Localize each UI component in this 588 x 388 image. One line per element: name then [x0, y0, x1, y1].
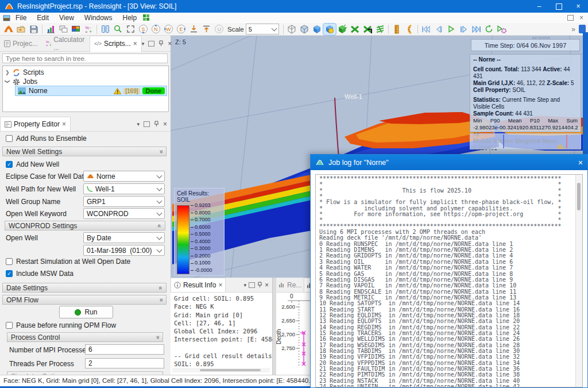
section-opm-flow[interactable]: OPM Flow«: [2, 295, 167, 305]
solid-cube-icon[interactable]: [311, 24, 323, 35]
section-date-settings[interactable]: Date Settings«: [2, 283, 167, 293]
well-group-select[interactable]: GRP1: [83, 196, 165, 207]
mpi-input[interactable]: 6: [85, 344, 164, 355]
intersection-box-icon[interactable]: [361, 24, 374, 35]
dock-caret-icon[interactable]: ▾: [243, 282, 246, 288]
tree-item-scripts[interactable]: ❯ Scripts: [3, 68, 168, 77]
well-path-select[interactable]: Well-1: [83, 183, 165, 194]
vertical-scrollbar[interactable]: [575, 175, 582, 387]
eclipse-case-select[interactable]: Norne: [83, 171, 165, 182]
intersection-icon[interactable]: [349, 24, 361, 35]
tree-item-jobs[interactable]: ❯ Jobs: [3, 77, 168, 86]
color-legend: Cell Results: SOIL 0.92030.80000.70000.6…: [174, 188, 225, 276]
wireframe-cube-icon[interactable]: [285, 24, 298, 35]
menu-item[interactable]: Help: [123, 14, 137, 22]
tab-result-info[interactable]: Result Info ×: [171, 278, 226, 292]
menu-item[interactable]: File: [16, 14, 26, 22]
tree-item-norne-job[interactable]: Norne [169] Done: [16, 86, 167, 95]
dock-caret-icon[interactable]: ▾: [142, 41, 145, 47]
fit-view-icon[interactable]: [124, 24, 137, 35]
mdi-restore-button[interactable]: [567, 15, 574, 21]
lighting-cube-icon[interactable]: [323, 24, 336, 35]
tab-close-icon[interactable]: ×: [133, 40, 137, 48]
horizontal-scrollbar[interactable]: [172, 368, 270, 372]
tab-close-icon[interactable]: ×: [62, 120, 66, 128]
menu-item[interactable]: Edit: [37, 14, 49, 22]
tab-project-tree[interactable]: Projec...: [0, 36, 42, 51]
dock-close-icon[interactable]: ×: [168, 40, 172, 48]
tab-property-editor[interactable]: Property Editor ×: [0, 117, 71, 131]
polyline-measure-icon[interactable]: [403, 24, 416, 35]
calculator-icon[interactable]: %-×+: [82, 24, 95, 35]
minimize-button[interactable]: –: [529, 0, 549, 13]
dock-float-icon[interactable]: [144, 121, 150, 127]
import-case-icon[interactable]: [15, 24, 28, 35]
tab-scripts[interactable]: </> Scripts... ×: [90, 36, 142, 52]
add-runs-checkbox[interactable]: Add Runs to Ensemble: [6, 135, 87, 143]
view-west-icon[interactable]: W: [162, 24, 175, 35]
dock-pin-icon[interactable]: [154, 121, 159, 127]
close-button[interactable]: ×: [568, 0, 588, 13]
tab-close-icon[interactable]: ×: [218, 281, 222, 289]
dock-float-icon[interactable]: [148, 41, 154, 47]
dock-float-icon[interactable]: [249, 282, 255, 288]
open-date-select[interactable]: 01-Mar-1998 (01:00): [83, 245, 165, 256]
ruler-icon[interactable]: [390, 24, 403, 35]
anim-settings-icon[interactable]: [496, 24, 508, 35]
svg-text:×: ×: [85, 29, 88, 33]
view-east-icon[interactable]: E: [175, 24, 187, 35]
threads-input[interactable]: 2: [85, 358, 164, 368]
anim-step-forward-icon[interactable]: [458, 24, 470, 35]
menu-items[interactable]: FileEditViewWindowsHelp: [10, 14, 142, 22]
job-log-body[interactable]: ****************************************…: [315, 174, 583, 387]
pause-checkbox[interactable]: Pause before running OPM Flow: [6, 321, 116, 329]
view-up-icon[interactable]: [200, 24, 212, 35]
well-log-curve: [300, 331, 305, 366]
mdi-close-button[interactable]: ×: [579, 14, 583, 22]
tab-calculator[interactable]: %-×+ Calculator ...: [42, 36, 90, 51]
faults-icon[interactable]: [336, 24, 349, 35]
zoom-all-icon[interactable]: [111, 24, 124, 35]
dock-caret-icon[interactable]: ▾: [137, 121, 140, 127]
tree-search-input[interactable]: [2, 53, 168, 63]
tab-well-log-plot[interactable]: Re...: [276, 278, 304, 292]
anim-play-icon[interactable]: [445, 24, 458, 35]
restart-checkbox[interactable]: Restart Simulation at Well Open Date: [6, 258, 130, 266]
toolbar-overflow-button[interactable]: »: [571, 25, 575, 33]
dialog-close-icon[interactable]: ×: [578, 158, 583, 167]
view-down-icon[interactable]: [187, 24, 200, 35]
job-log-titlebar[interactable]: Job log for "Norne" ×: [311, 155, 587, 170]
save-icon[interactable]: [28, 24, 40, 35]
app-logo-icon: [315, 159, 324, 166]
section-wconprod-settings[interactable]: WCONPROD Settings«: [5, 221, 165, 231]
seismic-section-icon[interactable]: [374, 24, 386, 35]
app-home-icon[interactable]: [2, 24, 15, 35]
anim-repeat-icon[interactable]: [483, 24, 496, 35]
anim-step-back-icon[interactable]: [432, 24, 445, 35]
dock-pin-icon[interactable]: [158, 40, 164, 47]
run-button[interactable]: Run: [59, 306, 113, 318]
windows-layout-icon[interactable]: [57, 24, 69, 35]
dock-close-icon[interactable]: ×: [163, 120, 167, 128]
anim-skip-start-icon[interactable]: [420, 24, 432, 35]
menu-item[interactable]: Windows: [84, 14, 113, 22]
open-well-select[interactable]: By Date: [83, 232, 165, 243]
section-process-control[interactable]: Process Control«: [7, 332, 163, 342]
maximize-button[interactable]: [549, 0, 568, 13]
open-keyword-select[interactable]: WCONPROD: [83, 208, 165, 219]
plugins-menu-icon[interactable]: [143, 14, 150, 21]
msw-checkbox[interactable]: ✓Include MSW Data: [6, 270, 74, 278]
add-new-well-checkbox[interactable]: ✓Add New Well: [6, 160, 59, 168]
legend-config-icon[interactable]: [69, 24, 82, 35]
dock-close-icon[interactable]: ×: [265, 281, 269, 289]
anim-skip-end-icon[interactable]: [470, 24, 483, 35]
plot-window-icon[interactable]: [44, 24, 57, 35]
view-north-icon[interactable]: N: [149, 24, 162, 35]
split-view-icon[interactable]: [99, 24, 111, 35]
view-south-icon[interactable]: S: [137, 24, 149, 35]
scale-select[interactable]: 5: [246, 24, 279, 34]
section-new-well-settings[interactable]: New Well Settings«: [2, 147, 167, 156]
surface-cube-icon[interactable]: [298, 24, 311, 35]
menu-item[interactable]: View: [59, 14, 74, 22]
dock-pin-icon[interactable]: [257, 282, 262, 288]
